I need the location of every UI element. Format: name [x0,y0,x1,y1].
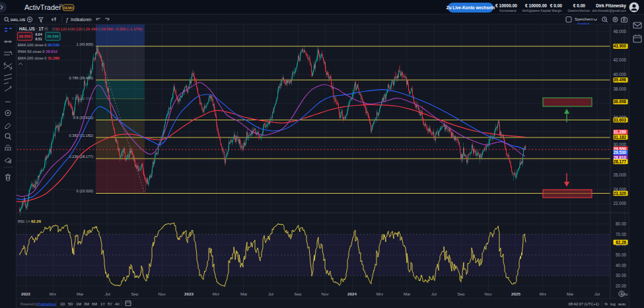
svg-text:1 (43.900): 1 (43.900) [77,42,94,46]
svg-text:08:42:07 (UTC+1): 08:42:07 (UTC+1) [568,302,599,306]
svg-text:Jul: Jul [105,291,110,296]
svg-text:log: log [610,302,616,306]
svg-text:Mrz: Mrz [213,291,219,296]
svg-text:22.000: 22.000 [613,201,626,206]
svg-text:ƒ: ƒ [65,17,69,23]
svg-text:Dirk Fitzewsky: Dirk Fitzewsky [596,3,626,9]
svg-text:Sep: Sep [131,291,139,296]
svg-text:1M: 1M [76,302,81,306]
svg-text:Mai: Mai [567,291,573,296]
svg-text:EMA 200 close 0 31.280: EMA 200 close 0 31.280 [18,56,59,60]
svg-text:80.00: 80.00 [616,221,626,226]
svg-text:Sep: Sep [294,291,302,296]
svg-text:40.00: 40.00 [616,263,626,268]
svg-text:42.000: 42.000 [613,58,626,62]
svg-text:Mai: Mai [77,291,83,296]
svg-text:Mai: Mai [240,291,247,296]
svg-text:Jul: Jul [268,291,273,296]
svg-text:2022: 2022 [21,291,30,296]
svg-text:Gewinn/Verlust: Gewinn/Verlust [567,9,590,13]
svg-text:Jul: Jul [431,291,437,296]
svg-text:HAL.US: HAL.US [11,18,25,22]
svg-text:29.530: 29.530 [614,150,627,155]
svg-text:Standard: Standard [577,22,589,25]
svg-text:TM: TM [59,3,63,7]
svg-text:3M: 3M [84,302,89,306]
svg-text:Sep: Sep [457,291,465,296]
svg-text:0 (23.320): 0 (23.320) [77,189,94,193]
svg-text:dirk.fitzewski@gmail.com: dirk.fitzewski@gmail.com [592,9,626,13]
svg-text:5D: 5D [68,302,73,306]
svg-text:TradingView: TradingView [38,302,56,306]
svg-text:%: % [604,302,608,306]
svg-text:5Y: 5Y [108,302,112,306]
svg-text:46.000: 46.000 [613,29,626,34]
svg-text:29.590: 29.590 [47,34,59,38]
svg-text:HAL.US · 1T: HAL.US · 1T [19,26,44,31]
svg-text:6M: 6M [92,302,97,306]
svg-text:38.000: 38.000 [613,87,626,91]
svg-text:31.280: 31.280 [614,130,627,134]
svg-text:31.182: 31.182 [614,135,627,139]
svg-text:Kontostand: Kontostand [499,9,517,13]
svg-text:20.00: 20.00 [616,284,626,288]
svg-text:70.00: 70.00 [616,232,626,237]
svg-text:50.00: 50.00 [616,252,626,257]
svg-text:RSI 14 62.26: RSI 14 62.26 [18,219,42,223]
svg-text:All: All [115,302,119,306]
svg-text:Mai: Mai [404,291,410,296]
svg-text:€ 0.00: € 0.00 [573,3,586,8]
svg-text:28.177: 28.177 [614,159,627,164]
svg-text:40.000: 40.000 [613,72,626,77]
svg-text:Zu Live-Konto wechseln: Zu Live-Konto wechseln [447,5,495,10]
svg-text:0.04: 0.04 [35,32,42,36]
svg-text:Nov: Nov [484,291,492,296]
svg-text:0.236 (28.177): 0.236 (28.177) [69,155,94,159]
svg-text:RMA 50 close 0 28.610: RMA 50 close 0 28.610 [18,50,57,54]
svg-text:Powered by: Powered by [20,302,38,306]
svg-text:Verfügbares Kapital: Verfügbares Kapital [522,9,551,13]
svg-text:EMA 100 close 0 29.530: EMA 100 close 0 29.530 [18,43,59,47]
svg-text:DEMO: DEMO [63,6,73,10]
svg-text:O30.120 H30.220 L29.490 C29.55: O30.120 H30.220 L29.490 C29.550 −0.350 (… [52,27,143,31]
svg-text:Nov: Nov [158,291,166,296]
svg-text:Speichern: Speichern [575,17,593,21]
svg-text:€ 10000.00: € 10000.00 [495,3,517,8]
svg-text:Mrz: Mrz [50,291,56,296]
svg-text:26.000: 26.000 [613,173,626,177]
svg-text:auto: auto [618,302,626,306]
svg-text:Mrz: Mrz [376,291,383,296]
svg-text:2023: 2023 [184,291,194,296]
svg-text:2024: 2024 [347,291,357,296]
svg-text:1Y: 1Y [100,302,105,306]
svg-text:29.550: 29.550 [19,34,31,38]
svg-text:Mrz: Mrz [540,291,546,296]
svg-text:23.320: 23.320 [614,191,627,196]
svg-text:ActivTrader: ActivTrader [24,3,61,11]
svg-text:Jul: Jul [594,291,600,296]
svg-text:Nov: Nov [321,291,329,296]
svg-text:Sep: Sep [620,291,628,296]
svg-text:43.900: 43.900 [614,44,627,48]
svg-text:€ 0.00: € 0.00 [550,3,563,8]
svg-text:62.26: 62.26 [616,240,626,245]
svg-text:2025: 2025 [511,291,520,296]
svg-text:1D: 1D [60,302,65,306]
svg-text:33.603: 33.603 [614,118,627,122]
svg-text:36.698: 36.698 [614,99,627,104]
svg-text:30.00: 30.00 [616,273,626,278]
svg-text:€ 10000.00: € 10000.00 [525,3,547,8]
svg-text:Margin: Margin [552,9,562,13]
svg-text:39.496: 39.496 [614,77,627,82]
svg-text:0.51: 0.51 [35,37,42,41]
svg-text:Indikatoren: Indikatoren [71,17,92,22]
